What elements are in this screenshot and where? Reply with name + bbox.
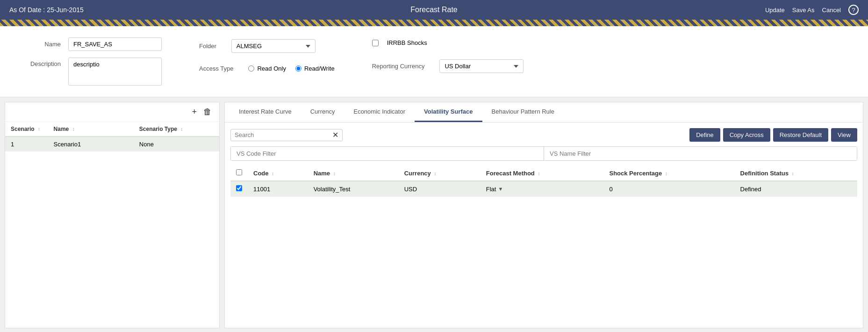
table-row[interactable]: 1 Scenario1 None [5, 137, 219, 152]
row-currency: USD [399, 181, 481, 197]
col-definition-status: Definition Status ↕ [735, 166, 857, 181]
row-checkbox[interactable] [236, 185, 242, 191]
form-section: Name Description Folder ALMSEG OTHER Acc… [0, 26, 868, 97]
vs-code-filter[interactable] [231, 147, 544, 160]
cancel-button[interactable]: Cancel [822, 7, 841, 14]
header-date: As Of Date : 25-Jun-2015 [9, 6, 84, 14]
search-clear-icon[interactable]: ✕ [332, 131, 338, 139]
sort-currency-icon[interactable]: ↕ [434, 171, 436, 176]
sort-type-icon[interactable]: ↕ [180, 127, 183, 132]
define-button[interactable]: Define [689, 128, 720, 142]
irrbb-label: IRRBB Shocks [387, 39, 427, 46]
folder-label: Folder [199, 43, 216, 50]
reporting-currency-label: Reporting Currency [372, 63, 425, 70]
name-label: Name [19, 41, 61, 48]
sort-shock-icon[interactable]: ↕ [665, 171, 667, 176]
left-panel-toolbar: + 🗑 [5, 102, 219, 122]
irrbb-checkbox[interactable] [372, 40, 379, 46]
sort-forecast-icon[interactable]: ↕ [538, 171, 540, 176]
col-forecast-method: Forecast Method ↕ [481, 166, 604, 181]
row-checkbox-cell [230, 181, 248, 197]
header: As Of Date : 25-Jun-2015 Forecast Rate U… [0, 0, 868, 20]
description-input[interactable] [68, 58, 162, 86]
filter-row [230, 146, 857, 161]
read-write-option[interactable]: Read/Write [295, 65, 335, 72]
access-type-label: Access Type [199, 65, 233, 72]
left-panel: + 🗑 Scenario ↑ Name ↕ Scenario Type ↕ [5, 102, 220, 328]
col-shock-percentage: Shock Percentage ↕ [603, 166, 734, 181]
search-input[interactable] [235, 131, 332, 138]
read-write-label: Read/Write [304, 65, 335, 72]
col-type: Scenario Type ↕ [134, 122, 219, 137]
select-all-checkbox[interactable] [236, 169, 242, 175]
restore-default-button[interactable]: Restore Default [773, 128, 828, 142]
name-input[interactable] [68, 37, 162, 51]
read-write-radio[interactable] [295, 65, 301, 72]
tab-content: ✕ Define Copy Across Restore Default Vie… [225, 123, 863, 328]
data-table: Code ↕ Name ↕ Currency ↕ Forecast Meth [230, 166, 857, 197]
help-button[interactable]: ? [848, 5, 859, 15]
main-content: + 🗑 Scenario ↑ Name ↕ Scenario Type ↕ [0, 97, 868, 332]
col-code: Code ↕ [248, 166, 308, 181]
row-name: Volatility_Test [308, 181, 399, 197]
col-currency: Currency ↕ [399, 166, 481, 181]
save-as-button[interactable]: Save As [792, 7, 815, 14]
search-box: ✕ [230, 129, 343, 141]
decorative-banner [0, 20, 868, 26]
table-row[interactable]: 11001 Volatility_Test USD Flat ▼ 0 Defin… [230, 181, 857, 197]
row-shock-percentage: 0 [603, 181, 734, 197]
tab-behaviour-pattern-rule[interactable]: Behaviour Pattern Rule [482, 102, 564, 122]
right-panel: Interest Rate Curve Currency Economic In… [224, 102, 863, 328]
update-button[interactable]: Update [765, 7, 785, 14]
sort-scenario-icon[interactable]: ↑ [38, 127, 40, 132]
col-select-all [230, 166, 248, 181]
sort-status-icon[interactable]: ↕ [792, 171, 794, 176]
sort-name-icon[interactable]: ↕ [72, 127, 75, 132]
copy-across-button[interactable]: Copy Across [723, 128, 770, 142]
reporting-currency-select[interactable]: US Dollar Euro GBP [439, 59, 524, 73]
scenario-name: Scenario1 [48, 137, 134, 152]
scenario-table: Scenario ↑ Name ↕ Scenario Type ↕ 1 [5, 122, 219, 152]
vs-name-filter[interactable] [544, 147, 857, 160]
access-type-group: Read Only Read/Write [248, 65, 334, 72]
read-only-label: Read Only [257, 65, 286, 72]
sort-name-icon[interactable]: ↕ [333, 171, 336, 176]
view-button[interactable]: View [831, 128, 857, 142]
tab-interest-rate-curve[interactable]: Interest Rate Curve [230, 102, 301, 122]
read-only-option[interactable]: Read Only [248, 65, 286, 72]
row-code: 11001 [248, 181, 308, 197]
tab-currency[interactable]: Currency [301, 102, 344, 122]
scenario-number: 1 [5, 137, 48, 152]
header-title: Forecast Rate [410, 6, 457, 14]
action-buttons: Define Copy Across Restore Default View [689, 128, 857, 142]
sort-code-icon[interactable]: ↕ [272, 171, 274, 176]
description-label: Description [19, 60, 61, 67]
folder-select[interactable]: ALMSEG OTHER [231, 39, 316, 53]
tab-volatility-surface[interactable]: Volatility Surface [415, 102, 482, 122]
scenario-type: None [134, 137, 219, 152]
add-scenario-button[interactable]: + [190, 106, 199, 118]
header-actions: Update Save As Cancel ? [765, 5, 859, 15]
read-only-radio[interactable] [248, 65, 254, 72]
tab-bar: Interest Rate Curve Currency Economic In… [225, 102, 863, 123]
forecast-method-dropdown[interactable]: ▼ [498, 186, 503, 192]
tab-economic-indicator[interactable]: Economic Indicator [344, 102, 415, 122]
search-row: ✕ Define Copy Across Restore Default Vie… [230, 128, 857, 142]
row-forecast-method: Flat ▼ [481, 181, 604, 197]
col-scenario: Scenario ↑ [5, 122, 48, 137]
col-name: Name ↕ [308, 166, 399, 181]
row-definition-status: Defined [735, 181, 857, 197]
delete-scenario-button[interactable]: 🗑 [201, 106, 214, 118]
col-name: Name ↕ [48, 122, 134, 137]
